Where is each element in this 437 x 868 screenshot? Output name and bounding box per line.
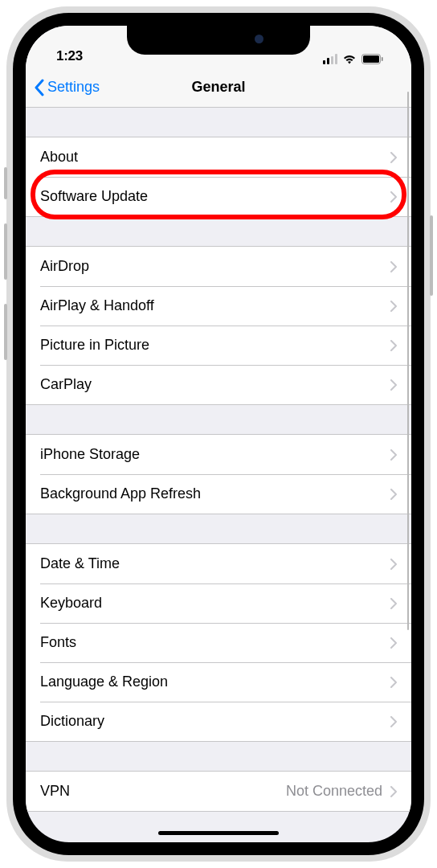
svg-rect-1: [363, 55, 379, 63]
list-section-2: iPhone Storage Background App Refresh: [26, 434, 411, 514]
page-title: General: [191, 79, 245, 96]
section-spacer: [26, 514, 411, 543]
row-label: Date & Time: [40, 555, 390, 572]
status-icons: [323, 54, 388, 64]
svg-rect-2: [382, 57, 383, 61]
front-camera: [255, 35, 263, 43]
row-label: Dictionary: [40, 713, 390, 730]
chevron-right-icon: [390, 637, 397, 649]
row-label: Background App Refresh: [40, 485, 390, 502]
notch: [127, 26, 310, 55]
list-section-1: AirDrop AirPlay & Handoff Picture in Pic…: [26, 246, 411, 405]
row-label: Keyboard: [40, 595, 390, 612]
row-label: Fonts: [40, 634, 390, 651]
device-bezel: 1:23: [13, 13, 424, 855]
battery-icon: [361, 54, 384, 64]
navigation-bar: Settings General: [26, 68, 411, 108]
content-scroll[interactable]: About Software Update AirDrop: [26, 108, 411, 842]
row-date-time[interactable]: Date & Time: [26, 544, 411, 583]
row-airdrop[interactable]: AirDrop: [26, 247, 411, 286]
volume-up-button: [4, 223, 7, 280]
row-carplay[interactable]: CarPlay: [26, 365, 411, 404]
row-picture-in-picture[interactable]: Picture in Picture: [26, 326, 411, 365]
row-label: VPN: [40, 783, 286, 800]
chevron-right-icon: [390, 449, 397, 461]
row-about[interactable]: About: [26, 137, 411, 177]
status-time: 1:23: [50, 48, 83, 64]
row-label: Picture in Picture: [40, 337, 390, 354]
list-section-0: About Software Update: [26, 137, 411, 217]
chevron-right-icon: [390, 716, 397, 727]
home-indicator[interactable]: [158, 831, 279, 835]
screen: 1:23: [26, 26, 411, 842]
row-value: Not Connected: [286, 783, 382, 800]
chevron-right-icon: [390, 261, 397, 272]
phone-frame: 1:23: [6, 6, 431, 862]
chevron-right-icon: [390, 340, 397, 351]
row-label: AirDrop: [40, 258, 390, 275]
row-label: AirPlay & Handoff: [40, 297, 390, 314]
chevron-right-icon: [390, 559, 397, 570]
chevron-right-icon: [390, 379, 397, 391]
section-spacer: [26, 405, 411, 434]
row-vpn[interactable]: VPN Not Connected: [26, 772, 411, 811]
volume-down-button: [4, 304, 7, 360]
row-keyboard[interactable]: Keyboard: [26, 583, 411, 623]
row-airplay-handoff[interactable]: AirPlay & Handoff: [26, 286, 411, 326]
list-section-4: VPN Not Connected: [26, 771, 411, 812]
row-label: About: [40, 149, 390, 166]
chevron-right-icon: [390, 598, 397, 609]
chevron-right-icon: [390, 677, 397, 688]
wifi-icon: [342, 54, 357, 64]
row-software-update[interactable]: Software Update: [26, 177, 411, 216]
list-section-3: Date & Time Keyboard Fonts Language: [26, 543, 411, 742]
scrollbar[interactable]: [407, 92, 410, 630]
row-label: Software Update: [40, 188, 390, 205]
row-label: Language & Region: [40, 674, 390, 690]
chevron-right-icon: [390, 191, 397, 203]
chevron-right-icon: [390, 152, 397, 163]
row-language-region[interactable]: Language & Region: [26, 662, 411, 702]
content: About Software Update AirDrop: [26, 108, 411, 812]
section-spacer: [26, 217, 411, 246]
row-fonts[interactable]: Fonts: [26, 623, 411, 662]
row-iphone-storage[interactable]: iPhone Storage: [26, 435, 411, 474]
back-button[interactable]: Settings: [34, 79, 100, 96]
section-spacer: [26, 742, 411, 771]
chevron-right-icon: [390, 489, 397, 500]
mute-switch: [4, 167, 7, 199]
row-label: CarPlay: [40, 376, 390, 393]
section-spacer: [26, 108, 411, 137]
cellular-signal-icon: [323, 54, 338, 64]
row-dictionary[interactable]: Dictionary: [26, 702, 411, 741]
chevron-right-icon: [390, 786, 397, 797]
back-label: Settings: [47, 79, 100, 96]
power-button: [430, 215, 433, 296]
row-label: iPhone Storage: [40, 446, 390, 463]
row-background-app-refresh[interactable]: Background App Refresh: [26, 474, 411, 514]
chevron-right-icon: [390, 301, 397, 312]
chevron-left-icon: [34, 79, 44, 96]
side-buttons-left: [4, 167, 7, 384]
